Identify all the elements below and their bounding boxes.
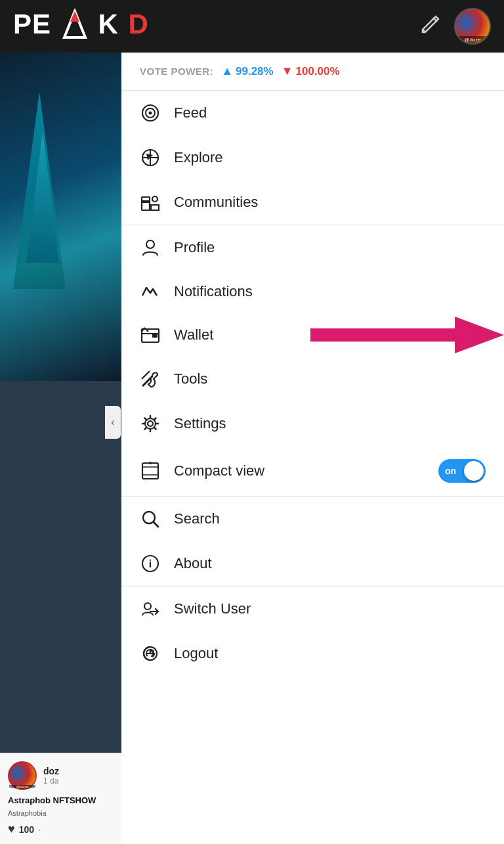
explore-icon (140, 148, 161, 167)
logout-label: Logout (174, 645, 218, 662)
wallet-arrow-annotation (310, 317, 504, 353)
post-author-info: doz 1 da (43, 766, 59, 786)
chevron-left-icon: ‹ (111, 416, 114, 428)
communities-icon (140, 193, 161, 211)
wallet-label: Wallet (174, 326, 213, 344)
switch-user-label: Switch User (174, 600, 251, 617)
sidebar-item-wallet[interactable]: Wallet (121, 313, 504, 357)
post-author-name: doz (43, 766, 59, 776)
about-icon: i (140, 554, 161, 573)
toggle-on-label: on (445, 466, 456, 476)
svg-rect-20 (142, 463, 158, 479)
compact-view-toggle[interactable]: on (438, 459, 486, 483)
sidebar-item-settings[interactable]: Settings (121, 401, 504, 446)
profile-icon (140, 238, 161, 257)
sidebar-item-logout[interactable]: Logout (121, 631, 504, 676)
profile-label: Profile (174, 239, 215, 256)
notifications-icon (140, 284, 161, 300)
avatar[interactable]: @doze (454, 8, 491, 45)
avatar-username: @doze (455, 36, 490, 43)
feed-icon (140, 104, 161, 122)
svg-point-23 (149, 462, 152, 464)
wallet-icon (140, 326, 161, 344)
vote-power-up-value: 99.28% (236, 65, 274, 78)
settings-label: Settings (174, 415, 226, 432)
svg-point-11 (146, 240, 154, 248)
navigation-drawer: VOTE POWER: ▲ 99.28% ▼ 100.00% Feed (121, 53, 504, 844)
logo-mountain-icon (60, 9, 89, 41)
background-panel: @doze doz 1 da Astraphob NFTSHOW Astraph… (0, 53, 121, 844)
svg-point-18 (148, 421, 153, 426)
arrow-pointing-icon (310, 317, 504, 353)
vote-power-label: VOTE POWER: (140, 66, 213, 77)
sidebar-item-tools[interactable]: Tools (121, 357, 504, 401)
post-excerpt: Astraphobia (8, 809, 114, 817)
sidebar-item-communities[interactable]: Communities (121, 180, 504, 225)
communities-label: Communities (174, 194, 258, 211)
svg-point-28 (144, 603, 151, 610)
explore-label: Explore (174, 149, 223, 166)
svg-rect-14 (152, 334, 158, 338)
post-author: @doze doz 1 da (8, 761, 114, 790)
about-label: About (174, 555, 212, 572)
arrow-up-icon: ▲ (221, 64, 233, 78)
header-actions: @doze (420, 8, 491, 45)
sidebar-item-about[interactable]: i About (121, 541, 504, 586)
switch-user-icon (140, 600, 161, 618)
settings-icon (140, 414, 161, 433)
sidebar-item-explore[interactable]: Explore (121, 135, 504, 180)
svg-line-25 (154, 522, 158, 527)
svg-point-4 (149, 112, 152, 115)
menu-section-secondary: Search i About (121, 497, 504, 587)
toggle-knob (464, 461, 484, 481)
toggle-switch[interactable]: on (438, 459, 486, 483)
logo[interactable]: PE K D (13, 9, 150, 44)
tools-label: Tools (174, 370, 207, 388)
sidebar-item-profile[interactable]: Profile (121, 225, 504, 270)
compact-view-icon (140, 462, 161, 480)
collapse-sidebar-button[interactable]: ‹ (105, 406, 121, 439)
search-label: Search (174, 510, 220, 527)
search-icon (140, 510, 161, 528)
sidebar-item-notifications[interactable]: Notifications (121, 270, 504, 313)
vote-power-bar: VOTE POWER: ▲ 99.28% ▼ 100.00% (121, 53, 504, 91)
menu-section-main: Feed Explore Com (121, 91, 504, 225)
vote-separator: · (38, 824, 41, 835)
edit-icon[interactable] (420, 14, 441, 39)
post-time: 1 da (43, 776, 59, 786)
app-header: PE K D @doze (0, 0, 504, 53)
post-card: @doze doz 1 da Astraphob NFTSHOW Astraph… (0, 753, 121, 844)
arrow-down-icon: ▼ (282, 64, 293, 78)
background-image (0, 53, 121, 381)
svg-point-10 (152, 196, 158, 202)
vote-power-down: ▼ 100.00% (282, 64, 340, 78)
notifications-label: Notifications (174, 283, 253, 300)
sidebar-item-feed[interactable]: Feed (121, 91, 504, 135)
sidebar-item-switch-user[interactable]: Switch User (121, 587, 504, 631)
logout-icon (140, 644, 161, 663)
heart-icon: ♥ (8, 822, 15, 836)
vote-power-up: ▲ 99.28% (221, 64, 274, 78)
tools-icon (140, 370, 161, 388)
logo-text: PE K D (13, 9, 150, 44)
sidebar-item-compact-view[interactable]: Compact view on (121, 446, 504, 496)
menu-section-account: Switch User Logout (121, 587, 504, 676)
svg-text:i: i (149, 558, 152, 569)
post-avatar-label: @doze (9, 785, 35, 789)
svg-point-19 (145, 418, 156, 429)
post-avatar: @doze (8, 761, 37, 790)
vote-power-down-value: 100.00% (296, 65, 340, 78)
post-footer: ♥ 100 · (8, 822, 114, 836)
compact-view-label: Compact view (174, 462, 264, 479)
menu-section-user: Profile Notifications Wallet (121, 225, 504, 497)
vote-count: 100 (19, 824, 34, 835)
post-title: Astraphob NFTSHOW (8, 795, 114, 807)
sidebar-item-search[interactable]: Search (121, 497, 504, 541)
feed-label: Feed (174, 104, 207, 122)
svg-marker-17 (310, 317, 504, 353)
